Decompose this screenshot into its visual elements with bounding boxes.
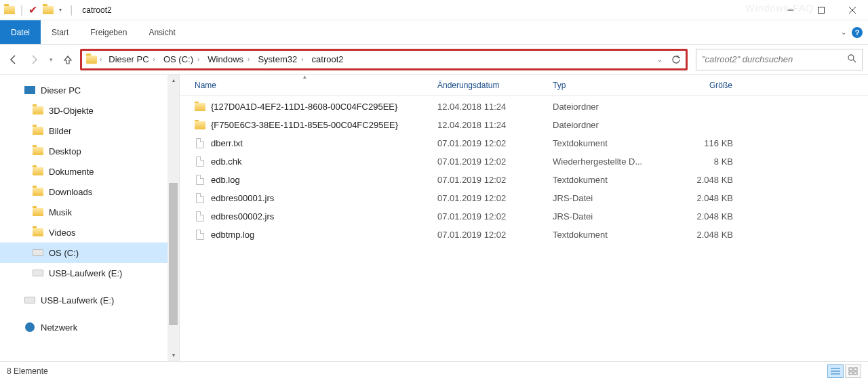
address-dropdown-icon[interactable]: ⌄ — [653, 53, 667, 66]
window-title: catroot2 — [82, 5, 111, 15]
breadcrumb-segment[interactable]: Windows› — [203, 51, 254, 68]
file-name: {127D0A1D-4EF2-11D1-8608-00C04FC295EE} — [211, 102, 397, 112]
column-name[interactable]: Name ▴ — [180, 75, 431, 96]
cell-name: edb.chk — [180, 156, 431, 167]
search-icon[interactable] — [847, 54, 856, 66]
file-row[interactable]: edbres00001.jrs07.01.2019 12:02JRS-Datei… — [180, 189, 868, 207]
chevron-right-icon[interactable]: › — [153, 56, 155, 63]
column-date-label: Änderungsdatum — [437, 81, 499, 90]
minimize-button[interactable] — [774, 0, 806, 20]
tree-item[interactable]: Musik — [0, 202, 179, 222]
tree-item-label: Netzwerk — [41, 322, 77, 333]
file-icon — [195, 211, 205, 222]
forward-button[interactable] — [26, 51, 42, 68]
column-date[interactable]: Änderungsdatum — [431, 75, 546, 96]
cell-date: 07.01.2019 12:02 — [431, 230, 546, 240]
folder-icon — [33, 125, 43, 136]
tab-start[interactable]: Start — [41, 20, 79, 44]
status-count: 8 Elemente — [7, 366, 48, 376]
tree-item[interactable]: Downloads — [0, 182, 179, 202]
cell-type: JRS-Datei — [546, 211, 661, 221]
cell-name: edbtmp.log — [180, 230, 431, 240]
file-row[interactable]: edbres00002.jrs07.01.2019 12:02JRS-Datei… — [180, 207, 868, 226]
tree-item[interactable]: 3D-Objekte — [0, 100, 179, 121]
breadcrumb-segment[interactable]: System32› — [254, 51, 307, 68]
close-button[interactable] — [837, 0, 868, 20]
cell-name: {127D0A1D-4EF2-11D1-8608-00C04FC295EE} — [180, 102, 431, 112]
file-row[interactable]: edb.log07.01.2019 12:02Textdokument2.048… — [180, 171, 868, 189]
chevron-right-icon[interactable]: › — [100, 56, 102, 63]
cell-name: edb.log — [180, 175, 431, 186]
folder-icon — [33, 227, 43, 238]
breadcrumb-label: Windows — [208, 54, 243, 64]
breadcrumb-segment[interactable]: OS (C:)› — [159, 51, 203, 68]
svg-rect-12 — [854, 372, 857, 375]
up-button[interactable] — [60, 51, 76, 68]
qat-check-icon[interactable]: ✔ — [28, 3, 37, 16]
tree-item[interactable]: USB-Laufwerk (E:) — [0, 290, 179, 310]
folder-icon — [195, 102, 205, 112]
tree-item[interactable]: Dieser PC — [0, 80, 179, 100]
tree-item[interactable]: USB-Laufwerk (E:) — [0, 263, 179, 283]
file-row[interactable]: edbtmp.log07.01.2019 12:02Textdokument2.… — [180, 226, 868, 244]
breadcrumb-segment[interactable]: catroot2 — [308, 51, 348, 68]
qat-folder-icon[interactable] — [43, 6, 54, 14]
scroll-thumb[interactable] — [169, 183, 178, 325]
scroll-up-icon[interactable]: ▴ — [167, 75, 179, 86]
tree-item[interactable]: OS (C:) — [0, 242, 179, 263]
file-row[interactable]: edb.chk07.01.2019 12:02Wiederhergestellt… — [180, 152, 868, 171]
chevron-right-icon[interactable]: › — [248, 56, 250, 63]
search-input[interactable] — [702, 54, 847, 64]
help-icon[interactable]: ? — [852, 27, 863, 38]
back-button[interactable] — [5, 51, 22, 68]
view-details-button[interactable] — [827, 364, 844, 378]
tree-item[interactable]: Netzwerk — [0, 317, 179, 337]
file-name: {F750E6C3-38EE-11D1-85E5-00C04FC295EE} — [211, 120, 398, 130]
tree-item[interactable]: Dokumente — [0, 161, 179, 182]
folder-icon — [33, 166, 43, 177]
ribbon-expand-icon[interactable]: ⌄ — [841, 28, 846, 36]
tab-label: Freigeben — [90, 28, 127, 37]
maximize-button[interactable] — [806, 0, 837, 20]
chevron-right-icon[interactable]: › — [197, 56, 199, 63]
file-row[interactable]: dberr.txt07.01.2019 12:02Textdokument116… — [180, 134, 868, 152]
address-bar[interactable]: › Dieser PC›OS (C:)›Windows›System32›cat… — [80, 49, 688, 70]
tree-item[interactable]: Bilder — [0, 121, 179, 141]
navpane-scrollbar[interactable]: ▴ ▾ — [167, 75, 179, 361]
drive-icon — [24, 295, 35, 305]
address-folder-icon — [86, 56, 97, 64]
search-box[interactable] — [696, 49, 863, 70]
cell-type: JRS-Datei — [546, 193, 661, 203]
file-row[interactable]: {127D0A1D-4EF2-11D1-8608-00C04FC295EE}12… — [180, 98, 868, 116]
breadcrumb-label: System32 — [258, 54, 297, 64]
tree-item-label: Dieser PC — [41, 85, 81, 96]
tab-label: Ansicht — [149, 28, 175, 37]
view-icons-button[interactable] — [845, 364, 861, 378]
column-type-label: Typ — [553, 81, 566, 90]
breadcrumb-segment[interactable]: Dieser PC› — [104, 51, 159, 68]
scroll-down-icon[interactable]: ▾ — [167, 350, 179, 361]
breadcrumb-label: Dieser PC — [108, 54, 149, 64]
tree-item-label: 3D-Objekte — [49, 106, 94, 116]
cell-date: 07.01.2019 12:02 — [431, 156, 546, 167]
recent-dropdown-icon[interactable]: ▾ — [46, 51, 56, 68]
svg-rect-10 — [854, 368, 857, 371]
drive-icon — [33, 268, 43, 278]
tab-freigeben[interactable]: Freigeben — [79, 20, 138, 44]
tree-item-label: Bilder — [49, 126, 71, 136]
column-size-label: Größe — [709, 81, 732, 90]
file-row[interactable]: {F750E6C3-38EE-11D1-85E5-00C04FC295EE}12… — [180, 116, 868, 134]
refresh-button[interactable] — [669, 53, 683, 66]
tree-item[interactable]: Desktop — [0, 141, 179, 161]
tab-label: Datei — [11, 28, 30, 37]
file-icon — [195, 175, 205, 186]
cell-size: 2.048 KB — [661, 230, 740, 240]
column-size[interactable]: Größe — [661, 75, 740, 96]
tab-ansicht[interactable]: Ansicht — [138, 20, 186, 44]
qat-dropdown-icon[interactable]: ▾ — [59, 7, 62, 13]
tab-datei[interactable]: Datei — [0, 20, 41, 44]
column-type[interactable]: Typ — [546, 75, 661, 96]
cell-date: 07.01.2019 12:02 — [431, 211, 546, 221]
chevron-right-icon[interactable]: › — [301, 56, 303, 63]
tree-item[interactable]: Videos — [0, 222, 179, 242]
